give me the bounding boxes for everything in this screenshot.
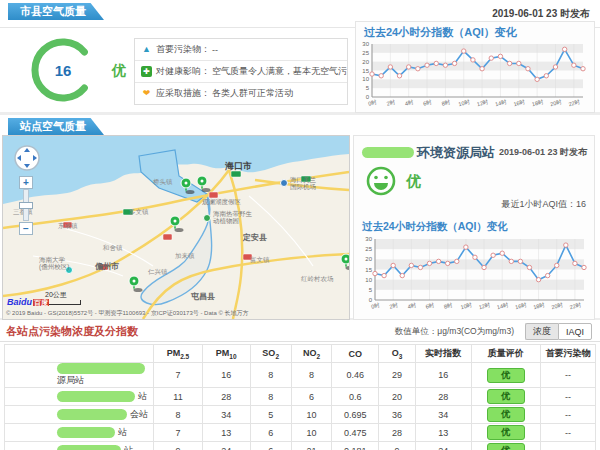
primary-pollutant-cell: -- — [540, 363, 595, 388]
value-cell: 10 — [291, 406, 332, 424]
value-cell: 0.6 — [332, 388, 379, 406]
map[interactable]: 海口市儋州市定安县屯昌县三都镇多文镇东成镇和舍镇加来镇仁兴镇富文镇桥头镇观澜湖度… — [2, 135, 350, 320]
zoom-handle[interactable] — [19, 202, 33, 209]
data-point — [573, 261, 577, 265]
value-cell: 21 — [291, 442, 332, 450]
data-point — [544, 74, 548, 78]
toggle-concentration[interactable]: 浓度 — [525, 323, 558, 340]
data-point — [455, 259, 459, 263]
measure-icon: ❤ — [141, 88, 152, 99]
svg-text:0: 0 — [369, 297, 373, 303]
grade-cell: 优 — [471, 406, 540, 424]
station-name-suffix: 站 — [138, 391, 147, 401]
station-name-cell: 站 — [5, 424, 154, 442]
svg-text:30: 30 — [365, 236, 372, 242]
zoom-out-button[interactable]: − — [19, 222, 33, 235]
value-cell: 28 — [202, 388, 250, 406]
pollutant-table: PM2.5PM10SO2NO2COO3实时指数质量评价首要污染物源局站71688… — [4, 344, 596, 450]
map-place-label: 海口美兰国际机场 — [290, 176, 317, 191]
city-chart-title: 过去24小时分指数（AQI）变化 — [364, 25, 594, 40]
tab-city-aqi: 市县空气质量 — [8, 3, 104, 20]
svg-text:14时: 14时 — [494, 98, 507, 107]
info-value: -- — [212, 45, 218, 55]
aqi-gauge: 16 — [28, 35, 108, 107]
svg-text:15: 15 — [365, 267, 372, 273]
map-place-label: 海南大学(儋州校区) — [39, 256, 69, 271]
tab-city-aqi-label: 市县空气质量 — [20, 5, 86, 17]
value-cell: 0.181 — [332, 442, 379, 450]
column-header: 首要污染物 — [540, 345, 595, 363]
data-point — [518, 259, 522, 263]
column-header: 实时指数 — [415, 345, 471, 363]
column-header: O3 — [379, 345, 415, 363]
data-point — [397, 74, 401, 78]
map-place-label: 屯昌县 — [190, 292, 215, 301]
redacted-station-name — [57, 445, 121, 450]
svg-text:14时: 14时 — [496, 301, 509, 310]
data-point — [445, 261, 449, 265]
value-cell: 29 — [379, 363, 415, 388]
svg-text:8时: 8时 — [441, 99, 451, 107]
info-row: ▲首要污染物：-- — [135, 39, 347, 61]
value-cell: 13 — [415, 424, 471, 442]
svg-text:10时: 10时 — [458, 98, 471, 107]
air-quality-dashboard: 市县空气质量 2019-06-01 23 时发布 16 优 ▲首要污染物：--✚… — [0, 0, 600, 450]
station-aqi-chart: 0510152025300时2时4时6时8时10时12时14时16时18时20时… — [359, 235, 589, 313]
value-cell: 24 — [415, 442, 471, 450]
recent-aqi: 最近1小时AQI值：16 — [501, 198, 586, 211]
table-row: 站1128860.62028优-- — [5, 388, 596, 406]
primary-pollutant-cell: -- — [540, 442, 595, 450]
svg-text:12时: 12时 — [476, 98, 489, 107]
svg-text:25: 25 — [365, 246, 372, 252]
column-header: 质量评价 — [471, 345, 540, 363]
data-point — [425, 63, 429, 67]
grade-badge: 优 — [487, 368, 525, 383]
unit-note: 数值单位：μg/m3(CO为mg/m3) — [395, 326, 514, 338]
value-cell: 9 — [154, 442, 202, 450]
data-point — [452, 61, 456, 65]
value-mode-toggle: 浓度 IAQI — [525, 323, 592, 340]
value-cell: 8 — [250, 388, 291, 406]
column-header: PM10 — [202, 345, 250, 363]
data-point — [379, 74, 383, 78]
map-place-label: 多文镇 — [129, 208, 149, 215]
map-place-label: 和舍镇 — [102, 244, 123, 252]
svg-text:25: 25 — [362, 50, 369, 56]
data-point — [391, 263, 395, 267]
tab-station-aqi: 站点空气质量 — [8, 118, 104, 135]
station-name-cell: 站 — [5, 388, 154, 406]
station-name-cell: 站 — [5, 442, 154, 450]
map-copyright: © 2019 Baidu - GS(2018)5572号 - 甲测资字11006… — [6, 309, 249, 318]
map-zoom-control[interactable]: + − — [19, 176, 33, 235]
value-cell: 5 — [250, 406, 291, 424]
divider — [0, 341, 600, 342]
station-card: 环境资源局站 2019-06-01 23 时发布 优 最近1小时AQI值：16 … — [353, 135, 595, 320]
data-point — [436, 259, 440, 263]
grade-cell: 优 — [471, 442, 540, 450]
info-value: 空气质量令人满意，基本无空气污染 — [212, 65, 347, 78]
zoom-in-button[interactable]: + — [19, 176, 33, 189]
primary-pollutant-cell: -- — [540, 406, 595, 424]
grade-badge: 优 — [487, 443, 525, 450]
table-row: 源局站716880.462916优-- — [5, 363, 596, 388]
aqi-info-box: ▲首要污染物：--✚对健康影响：空气质量令人满意，基本无空气污染❤应采取措施：各… — [134, 38, 348, 105]
city-aqi-panel: 市县空气质量 2019-06-01 23 时发布 16 优 ▲首要污染物：--✚… — [0, 0, 600, 112]
value-cell: 24 — [202, 442, 250, 450]
info-label: 应采取措施： — [156, 87, 210, 100]
table-title: 各站点污染物浓度及分指数 — [6, 324, 138, 339]
value-cell: 20 — [379, 388, 415, 406]
value-cell: 6 — [250, 424, 291, 442]
map-pan-control[interactable] — [11, 142, 45, 176]
data-point — [572, 63, 576, 67]
map-place-label: 红岭村农场 — [301, 275, 334, 283]
svg-text:22时: 22时 — [568, 98, 581, 107]
table-row: 站7136100.4752813优-- — [5, 424, 596, 442]
toggle-iaqi[interactable]: IAQI — [558, 323, 592, 340]
svg-text:2时: 2时 — [386, 99, 396, 107]
value-cell: 9 — [379, 442, 415, 450]
redacted-station-name — [57, 409, 127, 420]
data-point — [443, 63, 447, 67]
data-point — [545, 273, 549, 277]
value-cell: 8 — [291, 363, 332, 388]
grade-badge: 优 — [487, 425, 525, 440]
